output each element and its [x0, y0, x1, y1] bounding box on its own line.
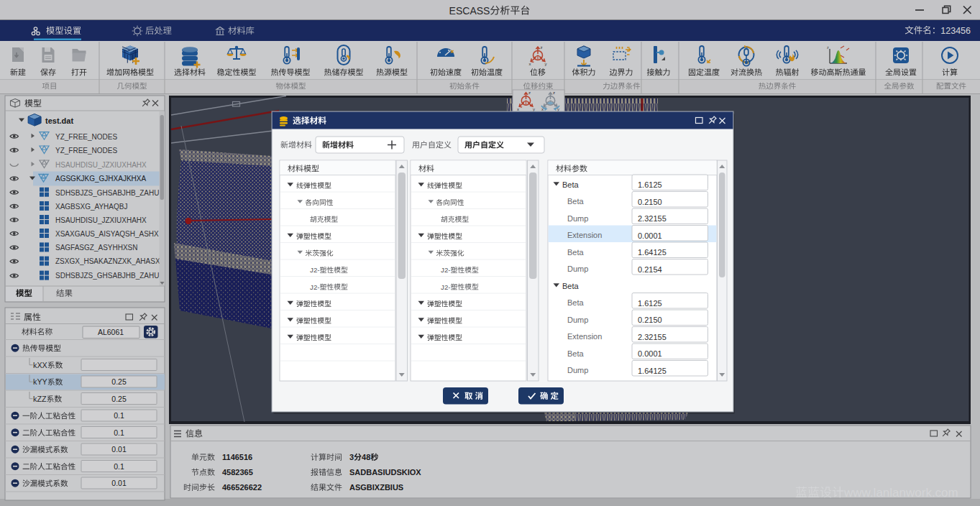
svg-text:0.2154: 0.2154: [638, 265, 662, 274]
svg-text:Extension: Extension: [567, 231, 602, 239]
svg-text:Dump: Dump: [567, 366, 588, 374]
svg-text:J2-: J2-: [310, 283, 320, 291]
svg-text:0.0001: 0.0001: [638, 231, 662, 240]
svg-text:1.64125: 1.64125: [638, 367, 667, 375]
svg-text:Beta: Beta: [567, 197, 585, 206]
svg-text:Beta: Beta: [567, 248, 585, 257]
svg-text:Dump: Dump: [567, 316, 588, 324]
svg-text:0.2150: 0.2150: [638, 198, 662, 206]
svg-text:2.32155: 2.32155: [638, 333, 667, 341]
svg-text:Beta: Beta: [562, 180, 580, 189]
svg-text:Beta: Beta: [567, 349, 585, 358]
svg-text:Beta: Beta: [562, 282, 580, 290]
svg-text:Dump: Dump: [567, 264, 588, 273]
svg-text:J2-: J2-: [441, 266, 451, 274]
svg-text:1.6125: 1.6125: [638, 180, 662, 189]
svg-text:1.6125: 1.6125: [638, 299, 662, 308]
svg-text:Dump: Dump: [567, 214, 588, 223]
svg-text:J2-: J2-: [441, 283, 451, 291]
svg-text:Beta: Beta: [567, 298, 585, 307]
svg-text:0.0001: 0.0001: [638, 349, 662, 358]
svg-text:1.64125: 1.64125: [638, 248, 667, 257]
svg-text:Extension: Extension: [567, 332, 602, 341]
svg-text:J2-: J2-: [310, 266, 320, 274]
svg-text:2.32155: 2.32155: [638, 214, 667, 223]
svg-text:0.2150: 0.2150: [638, 316, 662, 324]
svg-text:www.lanlanwork.com: www.lanlanwork.com: [843, 486, 958, 500]
